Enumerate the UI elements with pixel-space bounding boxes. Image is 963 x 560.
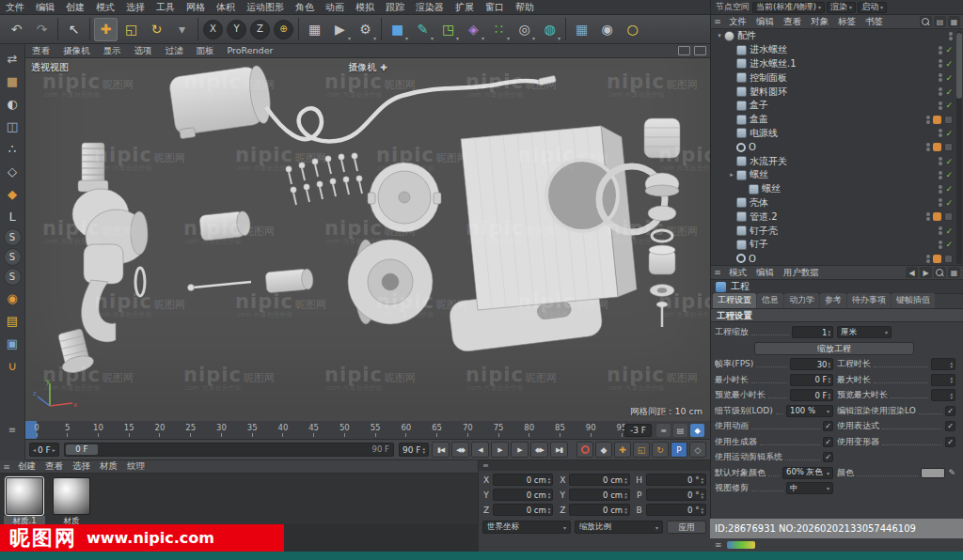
position-x-input[interactable]: 0 cm▴▾ [493,474,553,486]
live-selection-button[interactable]: ↖ [62,18,86,41]
tree-item[interactable]: 控制面板✓ [711,70,963,85]
camera-label[interactable]: 摄像机 ✚ [348,61,387,74]
tree-item[interactable]: 进水螺丝.1✓ [711,57,963,71]
tree-item[interactable]: ▸螺丝✓ [711,168,963,182]
deformers-button[interactable]: ◈▾ [462,18,485,41]
record-parameter-button[interactable]: P [671,442,687,458]
visibility-dots[interactable] [939,241,942,249]
menubar-item[interactable]: 运动图形 [241,0,290,15]
attr-input[interactable]: ▴▾ [931,358,955,370]
view-layout-button[interactable]: ▦ [570,18,593,41]
visibility-dots[interactable] [939,129,942,137]
record-scale-button[interactable]: ◱ [633,442,650,458]
material-tag-icon[interactable] [944,255,953,263]
texture-tag-icon[interactable] [933,212,941,221]
menubar-item[interactable]: 选择 [120,0,150,15]
rotation-p-input[interactable]: 0 °▴▾ [646,489,706,501]
slider-handle[interactable]: 0 F [66,444,98,455]
spline-pen-button[interactable]: ✎▾ [411,18,434,41]
viewport-menu-item[interactable]: 过滤 [159,45,190,57]
menubar-item[interactable]: 渲染器 [410,0,450,15]
menubar-item[interactable]: 帮助 [510,0,540,15]
om-menu-item[interactable]: 查看 [779,16,806,28]
tree-item[interactable]: 管道.2 [711,210,963,224]
paint-mode-button[interactable]: ◉ [2,288,23,308]
next-key-button[interactable]: ◆▶ [530,442,548,458]
attr-input[interactable]: 30▴▾ [790,358,833,370]
menubar-item[interactable]: 窗口 [480,0,510,15]
burger-icon[interactable]: ≡ [482,461,489,470]
position-z-input[interactable]: 0 cm▴▾ [493,504,553,516]
visibility-dots[interactable] [949,32,953,40]
tree-item[interactable]: 壳体✓ [711,196,963,210]
menubar-item[interactable]: 工具 [150,0,181,15]
attr-input[interactable]: 0 F▴▾ [790,374,833,386]
tree-item[interactable]: 螺丝✓ [711,182,963,196]
attr-combo[interactable]: 100 %▾ [786,405,833,417]
tree-item[interactable]: 进水螺丝✓ [711,43,963,57]
checkbox[interactable]: ✓ [945,437,955,447]
redo-button[interactable]: ↷ [30,18,54,41]
tree-item[interactable]: 盒子✓ [711,99,963,113]
tree-item[interactable]: 水流开关✓ [711,154,963,168]
burger-icon[interactable]: ≡ [0,462,13,472]
material-menu-item[interactable]: 材质 [95,460,122,473]
filter-icon[interactable]: ▤ [934,16,946,27]
material-menu-item[interactable]: 创建 [13,460,40,473]
camera-view-button[interactable]: ◉ [595,18,619,41]
render-picture-viewer-button[interactable]: ▶▾ [328,18,352,41]
tree-item[interactable]: 电源线✓ [711,127,963,141]
material-tag-icon[interactable] [944,212,953,221]
menubar-item[interactable]: 动画 [320,0,350,15]
stepper-right-icon[interactable]: ▸ [53,446,55,453]
attr-menu-item[interactable]: 模式 [724,267,751,279]
scale-project-button[interactable]: 缩放工程 [754,342,914,355]
position-y-input[interactable]: 0 cm▴▾ [493,489,553,501]
record-position-button[interactable]: ✚ [614,442,631,458]
material-tag-icon[interactable] [944,143,953,151]
viewport-menu-item[interactable]: 摄像机 [56,45,97,57]
visibility-dots[interactable] [926,255,930,263]
edges-mode-button[interactable]: ◇ [2,161,23,181]
visibility-dots[interactable] [939,198,942,207]
render-settings-button[interactable]: ⚙▾ [354,18,377,41]
forward-icon[interactable]: ▶ [920,267,932,278]
om-menu-item[interactable]: 标签 [833,16,860,28]
node-space-dropdown[interactable]: 渲染▾ [827,2,856,13]
coord-system-toggle-button[interactable]: ⊕ [274,20,293,39]
tracker-button[interactable]: ◎▾ [513,18,536,41]
texture-tag-icon[interactable] [933,116,941,124]
view-label[interactable]: 透视视图 [31,61,69,74]
stepper-arrows-icon[interactable]: ▴▾ [422,446,425,454]
enabled-check-icon[interactable]: ✓ [945,157,953,166]
burger-icon[interactable]: ≡ [711,268,724,277]
generators-button[interactable]: ◳▾ [436,18,460,41]
menubar-item[interactable]: 角色 [290,0,320,15]
menubar-item[interactable]: 跟踪 [380,0,410,15]
snap-viewport-button[interactable]: S [4,228,22,246]
timeline-ruler[interactable]: 05101520253035404550556065707580859095 [25,421,627,440]
search-icon[interactable] [934,267,946,278]
attr-input[interactable]: ▴▾ [931,374,955,386]
search-icon[interactable] [920,16,932,27]
material-tag-icon[interactable] [944,116,953,124]
material-menu-item[interactable]: 查看 [40,460,68,473]
checkbox[interactable]: ✓ [823,452,833,462]
model-mode-button[interactable]: ■ [2,70,23,91]
attr-tab[interactable]: 工程设置 [713,293,756,308]
axis-mode-button[interactable]: L [2,206,23,226]
checkbox[interactable]: ✓ [945,421,955,431]
visibility-dots[interactable] [939,157,942,165]
visibility-dots[interactable] [926,116,930,124]
material-menu-item[interactable]: 选择 [68,460,95,473]
visibility-dots[interactable] [939,46,942,54]
size-mode-select[interactable]: 缩放比例▾ [575,521,663,534]
coord-system-select[interactable]: 世界坐标▾ [482,521,571,534]
render-view-button[interactable]: ▦ [303,18,326,41]
visibility-dots[interactable] [939,73,942,82]
tree-item[interactable]: 钉子壳✓ [711,224,963,238]
enabled-check-icon[interactable]: ✓ [945,73,953,83]
play-button[interactable]: ▶ [491,442,509,458]
attr-menu-item[interactable]: 用户数据 [779,267,824,279]
attr-combo[interactable]: 中▾ [786,482,833,494]
